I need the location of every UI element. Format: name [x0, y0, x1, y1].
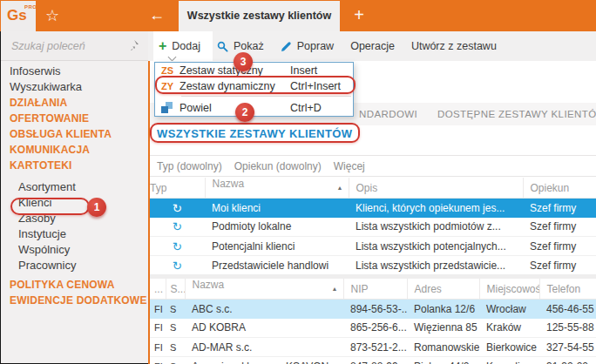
- create-from-set-button[interactable]: Utwórz z zestawu: [411, 40, 497, 52]
- client-phone-cell: 327-54-55: [539, 338, 596, 357]
- table-row[interactable]: ↻ Potencjalni klienci Lista wszystkich p…: [150, 237, 596, 256]
- dynamic-set-icon: ↻: [173, 240, 182, 253]
- filter-typ[interactable]: Typ (dowolny): [157, 160, 222, 172]
- table-row[interactable]: ↻ Podmioty lokalne Lista wszystkich podm…: [150, 218, 596, 237]
- client-phone-cell: 125-55-88: [539, 319, 596, 338]
- filter-wiecej[interactable]: Więcej: [334, 160, 365, 172]
- col-miejscowosc[interactable]: Miejscowość: [479, 279, 539, 300]
- filter-opiekun[interactable]: Opiekun (dowolny): [234, 160, 322, 172]
- set-name-cell: Przedstawiciele handlowi: [205, 256, 349, 275]
- sidebar-item-instytucje[interactable]: Instytucje: [1, 226, 148, 242]
- show-button[interactable]: Pokaż: [217, 40, 264, 52]
- client-nip-cell: 865-256-6...: [343, 319, 407, 338]
- client-city-cell: Koszalin: [479, 357, 539, 364]
- pencil-icon: [281, 41, 292, 52]
- set-name-cell: Moi klienci: [205, 199, 349, 218]
- add-button[interactable]: + Dodaj: [159, 40, 200, 52]
- table-row[interactable]: FI S AD KOBRA 865-256-6... Więzienna 85 …: [150, 319, 596, 338]
- table-header-row: Typ Nazwa ▲ Opis Opiekun: [150, 178, 596, 199]
- client-sets-table: Typ Nazwa ▲ Opis Opiekun ↻ Moi klienci K…: [150, 178, 596, 275]
- client-type-cell: FI: [150, 300, 166, 319]
- sort-asc-icon: ▲: [337, 178, 343, 198]
- sidebar-section-dzialania[interactable]: DZIAŁANIA: [1, 95, 148, 111]
- app-logo-text: Gs: [7, 7, 27, 24]
- client-status-cell: S: [166, 357, 185, 364]
- col-telefon[interactable]: Telefon: [539, 279, 596, 300]
- set-desc-cell: Lista wszystkich przedstawicie...: [349, 256, 523, 275]
- favorites-star-icon[interactable]: ☆: [42, 4, 63, 27]
- sidebar-item-infoserwis[interactable]: Infoserwis: [1, 64, 148, 79]
- dynamic-set-icon: ↻: [173, 260, 182, 273]
- client-address-cell: Romanowskie...: [407, 338, 479, 357]
- col-s[interactable]: S...: [166, 279, 185, 300]
- col-typ[interactable]: Typ: [150, 178, 205, 199]
- col-adres[interactable]: Adres: [407, 279, 479, 300]
- create-from-set-label: Utwórz z zestawu: [411, 40, 497, 52]
- annotation-step-2: 2: [235, 103, 254, 122]
- set-desc-cell: Lista wszystkich podmiotów z...: [349, 218, 523, 237]
- col-dots[interactable]: ...: [150, 279, 166, 300]
- back-arrow-icon[interactable]: ←: [145, 3, 169, 28]
- table-row[interactable]: ↻ Moi klienci Klienci, których opiekunem…: [150, 199, 596, 218]
- table-row[interactable]: FI S ABC s.c. 894-56-53-... Polanka 12/6…: [150, 300, 596, 319]
- client-phone-cell: 456-46-55: [539, 300, 596, 319]
- col-nazwa[interactable]: Nazwa ▲: [185, 279, 343, 300]
- sidebar-item-wspolnicy[interactable]: Wspólnicy: [1, 242, 148, 258]
- app-logo-badge: PRO: [24, 4, 37, 10]
- col-nazwa-label: Nazwa: [213, 178, 245, 190]
- pin-icon[interactable]: [127, 39, 139, 51]
- col-nazwa[interactable]: Nazwa ▲: [205, 178, 349, 199]
- operations-button[interactable]: Operacje: [350, 40, 395, 52]
- table-row[interactable]: FI S Agencja reklamowa KSAVON 847-88-99-…: [150, 357, 596, 364]
- menu-shortcut: Insert: [290, 64, 353, 77]
- search-input[interactable]: [10, 37, 123, 56]
- set-name-cell: Podmioty lokalne: [205, 218, 349, 237]
- tab-klienci-standardowi-partial[interactable]: NDARDOWI: [359, 103, 417, 125]
- tab-dostepne-zestawy-klientow[interactable]: DOSTĘPNE ZESTAWY KLIENTÓW: [437, 103, 596, 125]
- col-opiekun[interactable]: Opiekun: [523, 178, 596, 199]
- client-status-cell: S: [166, 319, 185, 338]
- tab-wszystkie-zestawy-klientow[interactable]: Wszystkie zestawy klientów: [179, 1, 340, 31]
- sort-asc-icon: ▲: [332, 279, 338, 299]
- app-logo[interactable]: Gs PRO: [1, 1, 36, 31]
- dynamic-set-icon: ↻: [173, 202, 182, 215]
- toolbar: + Dodaj Pokaż Popraw Operacje Utwór: [148, 31, 596, 61]
- set-desc-cell: Lista wszystkich potencjalnych...: [349, 237, 523, 256]
- sidebar-section-ewidencje-dodatkowe[interactable]: EWIDENCJE DODATKOWE: [1, 293, 148, 308]
- client-type-cell: FI: [150, 338, 166, 357]
- new-tab-plus-icon[interactable]: +: [347, 3, 371, 27]
- sidebar-section-polityka-cenowa[interactable]: POLITYKA CENOWA: [1, 277, 148, 293]
- sidebar-section-ofertowanie[interactable]: OFERTOWANIE: [1, 111, 148, 126]
- table-row[interactable]: ↻ Przedstawiciele handlowi Lista wszystk…: [150, 256, 596, 275]
- filter-bar: Typ (dowolny) Opiekun (dowolny) Więcej: [150, 155, 596, 177]
- col-nip[interactable]: NIP: [343, 279, 407, 300]
- set-type-cell: ↻: [150, 237, 205, 256]
- plus-icon: +: [159, 40, 166, 52]
- sidebar-section-kartoteki[interactable]: KARTOTEKI: [1, 158, 148, 173]
- copy-icon: [161, 102, 173, 113]
- edit-button-label: Popraw: [297, 40, 334, 52]
- sidebar-nav: Infoserwis Wyszukiwarka DZIAŁANIA OFERTO…: [1, 64, 148, 308]
- client-address-cell: Więzienna 85: [407, 319, 479, 338]
- dynamic-set-icon: ↻: [173, 220, 182, 233]
- sidebar-item-asortyment[interactable]: Asortyment: [1, 179, 148, 195]
- annotation-step-1: 1: [87, 198, 106, 217]
- sidebar-section-obsluga-klienta[interactable]: OBSŁUGA KLIENTA: [1, 126, 148, 142]
- col-opis[interactable]: Opis: [349, 178, 523, 199]
- set-type-cell: ↻: [150, 218, 205, 237]
- client-name-cell: ABC s.c.: [185, 300, 343, 319]
- menu-shortcut: Ctrl+D: [290, 102, 353, 114]
- table-row[interactable]: FI S AD-MAR s.c. 873-521-2... Romanowski…: [150, 338, 596, 357]
- client-nip-cell: 894-56-53-...: [343, 300, 407, 319]
- static-set-icon: ZS: [155, 65, 179, 76]
- annotation-box-klienci: [10, 198, 90, 215]
- client-status-cell: S: [166, 300, 185, 319]
- client-address-cell: Polanka 12/6: [407, 300, 479, 319]
- set-owner-cell: Szef firmy: [523, 218, 596, 237]
- edit-button[interactable]: Popraw: [281, 40, 334, 52]
- sidebar-item-wyszukiwarka[interactable]: Wyszukiwarka: [1, 79, 148, 95]
- client-name-cell: AD KOBRA: [185, 319, 343, 338]
- clients-table: ... S... Nazwa ▲ NIP Adres Miejscowość T…: [150, 279, 596, 364]
- sidebar-section-komunikacja[interactable]: KOMUNIKACJA: [1, 142, 148, 158]
- sidebar-item-pracownicy[interactable]: Pracownicy: [1, 258, 148, 273]
